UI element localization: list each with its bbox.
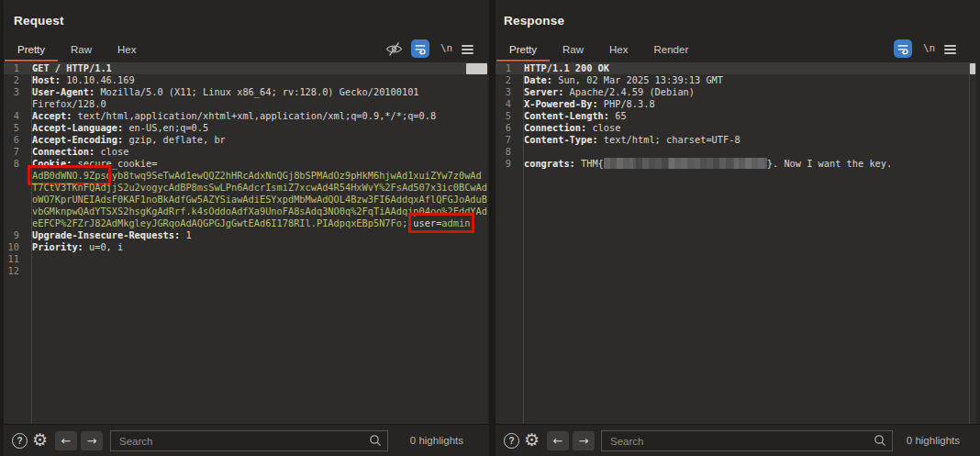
help-icon[interactable]: ?: [504, 433, 519, 449]
show-newlines-toggle[interactable]: \n: [440, 42, 452, 54]
scroll-marker[interactable]: [970, 63, 975, 74]
code-text: Priority: u=0, i: [26, 241, 487, 253]
line-number: [4, 170, 26, 182]
annotation-box: user=admin: [413, 217, 470, 228]
status-line-text: HTTP/1.1 200 OK: [524, 62, 609, 73]
request-panel: Request PrettyRawHex \n 1GET / HTTP/1.12…: [4, 0, 489, 456]
request-editor[interactable]: 1GET / HTTP/1.12Host: 10.10.46.1693User-…: [4, 62, 487, 424]
highlights-count: 0 highlights: [410, 435, 463, 446]
header-value: PHP/8.3.8: [598, 98, 655, 109]
code-line: 9Upgrade-Insecure-Requests: 1: [4, 229, 487, 241]
code-line: 10Priority: u=0, i: [4, 241, 487, 253]
tab-render[interactable]: Render: [641, 39, 702, 61]
code-text: Server: Apache/2.4.59 (Debian): [518, 86, 976, 98]
code-line: eEFCP%2FZrJ82AdMkgleyJGRqoAdAQGPGJgGwtEA…: [4, 217, 487, 229]
status-line-text: GET / HTTP/1.1: [32, 62, 112, 73]
line-number: 11: [4, 253, 26, 265]
scrollbar-track[interactable]: [969, 62, 970, 424]
header-value: THM{: [575, 158, 604, 169]
code-text: Accept: text/html,application/xhtml+xml,…: [26, 110, 487, 122]
panel-divider[interactable]: [489, 0, 496, 456]
code-line: 9congrats: THM{}. Now I want the key.: [496, 158, 976, 170]
code-text: Connection: close: [26, 146, 487, 158]
code-text: [26, 253, 487, 265]
header-name: Accept-Encoding:: [32, 134, 123, 145]
code-text: Accept-Encoding: gzip, deflate, br: [26, 134, 487, 146]
header-name: Connection:: [524, 122, 586, 133]
code-line: oWO7KprUNEIAdsF0KAF1noBkAdfGw5AZYSiawAdi…: [4, 194, 487, 206]
code-line: 5Content-Length: 65: [496, 110, 976, 122]
tab-pretty[interactable]: Pretty: [496, 39, 550, 61]
next-match-button[interactable]: →: [81, 431, 103, 450]
tab-hex[interactable]: Hex: [596, 39, 640, 61]
tab-raw[interactable]: Raw: [550, 39, 596, 61]
help-icon[interactable]: ?: [12, 433, 28, 449]
code-line: T7CtV3TKnFQAdjjS2u2vogycAdBP8msSwLPn6Adc…: [4, 182, 487, 194]
code-text: [518, 146, 976, 158]
code-line: 7Content-Type: text/html; charset=UTF-8: [496, 134, 976, 146]
header-value: secure_cookie=: [72, 158, 157, 169]
gear-icon[interactable]: ⚙: [524, 429, 540, 451]
response-editor[interactable]: 1HTTP/1.1 200 OK2Date: Sun, 02 Mar 2025 …: [496, 62, 976, 424]
line-number: 1: [496, 62, 518, 74]
code-text: Cookie: secure_cookie=: [26, 158, 487, 170]
request-searchbar: ? ⚙ ← → 0 highlights: [4, 424, 489, 456]
line-number: 9: [4, 229, 26, 241]
next-match-button[interactable]: →: [573, 431, 595, 450]
search-input[interactable]: [601, 430, 893, 451]
scroll-marker[interactable]: [466, 63, 487, 74]
header-value: close: [95, 146, 128, 157]
request-code: 1GET / HTTP/1.12Host: 10.10.46.1693User-…: [4, 62, 487, 277]
line-number: 2: [4, 74, 26, 86]
header-value: Mozilla/5.0 (X11; Linux x86_64; rv:128.0…: [95, 86, 418, 97]
line-number: 4: [496, 98, 518, 110]
header-value: 65: [609, 110, 627, 121]
header-value: 1: [180, 229, 191, 240]
header-value: en-US,en;q=0.5: [123, 122, 208, 133]
header-value: close: [586, 122, 620, 133]
code-text: vbGMknpwQAdYTSXS2hsgKgAdRrf.k4sOddoAdfXa…: [26, 206, 487, 217]
code-line: 11: [4, 253, 487, 265]
code-line: 8: [496, 146, 976, 158]
editor-menu-icon[interactable]: [462, 45, 473, 47]
tab-pretty[interactable]: Pretty: [5, 39, 58, 61]
tab-raw[interactable]: Raw: [58, 39, 105, 61]
code-line: vbGMknpwQAdYTSXS2hsgKgAdRrf.k4sOddoAdfXa…: [4, 206, 487, 217]
header-name: congrats:: [524, 158, 575, 169]
header-name: User-Agent:: [32, 86, 95, 97]
line-number: [4, 206, 26, 217]
search-icon: [874, 434, 886, 447]
word-wrap-toggle[interactable]: [411, 39, 429, 58]
search-icon: [369, 434, 382, 447]
prev-match-button[interactable]: ←: [547, 431, 569, 450]
highlights-count: 0 highlights: [907, 435, 960, 446]
show-newlines-toggle[interactable]: \n: [923, 42, 935, 54]
header-value: 10.10.46.169: [61, 74, 135, 85]
code-text: User-Agent: Mozilla/5.0 (X11; Linux x86_…: [26, 86, 487, 98]
editor-menu-icon[interactable]: [944, 45, 956, 47]
prev-match-button[interactable]: ←: [55, 431, 77, 450]
code-line: 6Connection: close: [496, 122, 976, 134]
code-text: Date: Sun, 02 Mar 2025 13:39:13 GMT: [518, 74, 976, 86]
header-value: Sun, 02 Mar 2025 13:39:13 GMT: [552, 74, 723, 85]
word-wrap-toggle[interactable]: [894, 39, 912, 58]
header-name: Accept:: [32, 110, 72, 121]
line-number: 4: [4, 110, 26, 122]
code-line: 2Host: 10.10.46.169: [4, 74, 487, 86]
header-value: user=: [413, 217, 441, 228]
redacted-flag: [604, 158, 767, 169]
header-name: Date:: [524, 74, 552, 85]
line-number: 6: [4, 134, 26, 146]
hide-headers-icon[interactable]: [385, 41, 403, 57]
param-value: eEFCP%2FZrJ82AdMkgleyJGRqoAdAQGPGJgGwtEA…: [32, 217, 413, 228]
code-text: Connection: close: [518, 122, 976, 134]
line-number: 12: [4, 265, 26, 277]
code-line: 6Accept-Encoding: gzip, deflate, br: [4, 134, 487, 146]
gear-icon[interactable]: ⚙: [32, 429, 48, 451]
code-line: 4X-Powered-By: PHP/8.3.8: [496, 98, 976, 110]
tab-hex[interactable]: Hex: [105, 39, 149, 61]
search-input[interactable]: [110, 430, 388, 451]
line-number: 7: [496, 134, 518, 146]
code-line: 1HTTP/1.1 200 OK: [496, 62, 976, 74]
header-name: Content-Type:: [524, 134, 598, 145]
